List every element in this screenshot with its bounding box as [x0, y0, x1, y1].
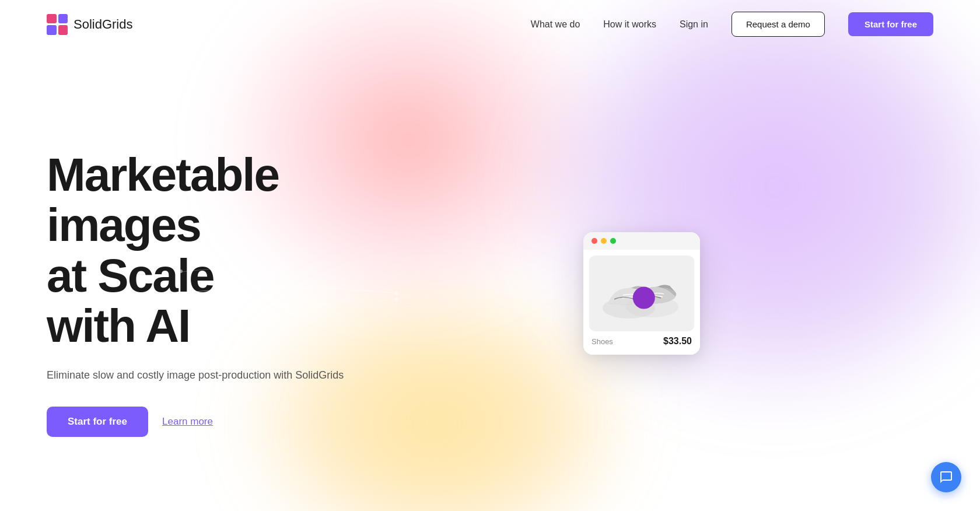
chat-button[interactable] — [931, 462, 961, 492]
shoe-illustration — [589, 256, 694, 331]
hero-subtitle: Eliminate slow and costly image post-pro… — [47, 368, 350, 383]
start-for-free-nav-button[interactable]: Start for free — [848, 12, 933, 36]
hero-section: Marketable images at Scale with AI Elimi… — [0, 48, 980, 503]
logo[interactable]: SolidGrids — [47, 14, 132, 35]
brand-name: SolidGrids — [74, 17, 132, 32]
request-demo-button[interactable]: Request a demo — [732, 12, 825, 37]
browser-dot-yellow — [601, 238, 607, 244]
card-footer: Shoes $33.50 — [589, 331, 694, 349]
start-for-free-hero-button[interactable]: Start for free — [47, 407, 148, 437]
svg-point-0 — [395, 292, 398, 295]
svg-point-1 — [395, 298, 398, 301]
nav-what-we-do[interactable]: What we do — [531, 19, 580, 30]
learn-more-button[interactable]: Learn more — [162, 416, 213, 428]
nav-how-it-works[interactable]: How it works — [603, 19, 656, 30]
hero-buttons: Start for free Learn more — [47, 407, 350, 437]
nav-sign-in[interactable]: Sign in — [680, 19, 708, 30]
browser-bar — [583, 232, 700, 250]
chat-icon — [939, 470, 953, 484]
purple-dot-overlay — [633, 287, 655, 309]
shoe-label: Shoes — [592, 337, 613, 346]
hero-visual: Shoes $33.50 — [350, 232, 933, 355]
browser-dot-green — [610, 238, 616, 244]
shoe-price: $33.50 — [663, 336, 692, 346]
navbar: SolidGrids What we do How it works Sign … — [0, 0, 980, 48]
browser-dot-red — [592, 238, 597, 244]
hero-title: Marketable images at Scale with AI — [47, 150, 350, 352]
logo-icon — [47, 14, 68, 35]
nav-links: What we do How it works Sign in Request … — [531, 12, 933, 37]
shoe-image — [589, 256, 694, 331]
browser-content: Shoes $33.50 — [583, 250, 700, 355]
product-card-mockup: Shoes $33.50 — [583, 232, 700, 355]
hero-content: Marketable images at Scale with AI Elimi… — [47, 150, 350, 438]
